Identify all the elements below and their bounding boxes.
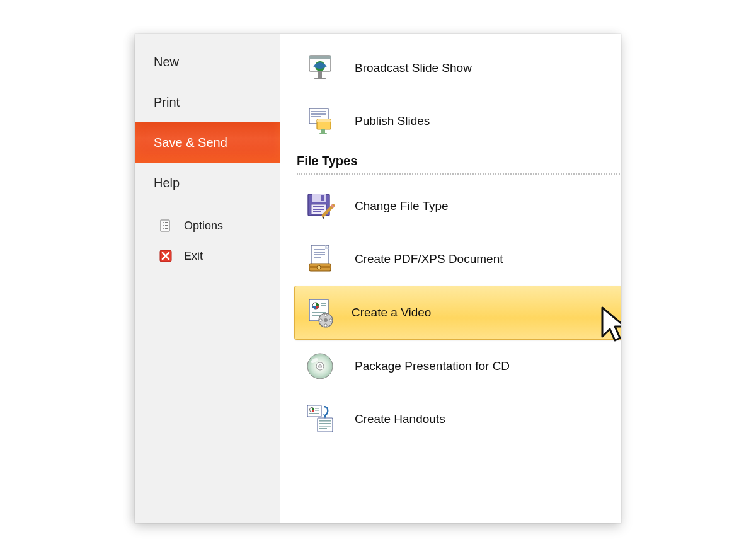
sidebar-item-label: Save & Send: [154, 136, 227, 150]
section-title-file-types: File Types: [280, 148, 621, 172]
pdf-document-icon: [303, 242, 337, 276]
sidebar-exit-label: Exit: [184, 250, 203, 263]
option-label: Publish Slides: [355, 114, 430, 128]
svg-rect-56: [309, 413, 319, 414]
sidebar: New Print Save & Send Help: [135, 34, 280, 523]
options-icon: [159, 219, 173, 233]
option-create-a-video[interactable]: Create a Video: [294, 286, 621, 340]
sidebar-options-label: Options: [184, 219, 223, 233]
backstage-panel: New Print Save & Send Help: [135, 34, 621, 523]
svg-rect-20: [319, 133, 327, 134]
option-label: Broadcast Slide Show: [355, 61, 472, 75]
cd-disc-icon: [303, 349, 337, 383]
svg-rect-23: [321, 195, 324, 201]
option-create-handouts[interactable]: Create Handouts: [280, 393, 621, 446]
svg-point-45: [329, 319, 332, 321]
svg-point-47: [319, 319, 322, 321]
svg-rect-6: [165, 228, 168, 229]
option-label: Create a Video: [352, 306, 431, 320]
sidebar-item-exit[interactable]: Exit: [135, 242, 280, 270]
sidebar-item-print[interactable]: Print: [135, 82, 280, 122]
sidebar-item-new[interactable]: New: [135, 42, 280, 82]
svg-rect-4: [165, 222, 168, 223]
svg-point-1: [163, 222, 164, 223]
option-label: Package Presentation for CD: [355, 359, 510, 373]
svg-rect-5: [165, 225, 168, 226]
sidebar-item-label: Print: [154, 95, 180, 110]
svg-rect-26: [313, 209, 324, 210]
sidebar-item-options[interactable]: Options: [135, 212, 280, 240]
svg-rect-38: [321, 303, 326, 304]
svg-point-43: [324, 318, 328, 322]
svg-rect-14: [311, 111, 326, 112]
svg-rect-31: [314, 254, 325, 255]
svg-rect-40: [312, 312, 326, 313]
option-create-pdf-xps[interactable]: Create PDF/XPS Document: [280, 233, 621, 286]
svg-rect-57: [318, 418, 333, 432]
option-publish-slides[interactable]: Publish Slides: [280, 95, 621, 148]
svg-rect-32: [314, 257, 321, 258]
option-change-file-type[interactable]: Change File Type: [280, 180, 621, 233]
svg-point-2: [163, 225, 164, 226]
svg-rect-25: [313, 206, 324, 207]
svg-rect-19: [321, 129, 325, 133]
svg-rect-15: [311, 113, 326, 115]
svg-rect-54: [315, 408, 319, 409]
svg-rect-60: [319, 426, 331, 427]
sidebar-item-help[interactable]: Help: [135, 163, 280, 203]
floppy-save-icon: [303, 189, 337, 223]
section-divider: [297, 173, 620, 175]
exit-icon: [159, 249, 173, 263]
svg-rect-61: [319, 428, 327, 429]
svg-rect-12: [314, 78, 326, 79]
svg-rect-9: [309, 56, 331, 59]
svg-rect-39: [321, 305, 326, 306]
sidebar-item-label: Help: [154, 176, 180, 190]
svg-point-44: [324, 314, 327, 316]
svg-rect-58: [319, 420, 331, 422]
svg-rect-16: [311, 116, 321, 117]
svg-point-35: [317, 265, 321, 269]
option-label: Change File Type: [355, 199, 449, 213]
create-video-icon: [304, 296, 338, 330]
option-package-for-cd[interactable]: Package Presentation for CD: [280, 340, 621, 393]
svg-point-50: [319, 365, 322, 368]
option-label: Create Handouts: [355, 412, 445, 426]
svg-point-3: [163, 228, 164, 229]
broadcast-icon: [303, 51, 337, 85]
option-label: Create PDF/XPS Document: [355, 252, 503, 266]
sidebar-item-save-and-send[interactable]: Save & Send: [135, 122, 280, 163]
svg-rect-55: [315, 410, 319, 411]
svg-rect-27: [313, 211, 321, 212]
app-window: New Print Save & Send Help: [0, 0, 756, 556]
option-broadcast-slide-show[interactable]: Broadcast Slide Show: [280, 42, 621, 95]
svg-rect-52: [307, 405, 321, 417]
svg-rect-30: [314, 252, 325, 253]
svg-rect-29: [314, 249, 325, 250]
publish-slides-icon: [303, 104, 337, 138]
svg-rect-11: [318, 71, 322, 78]
svg-rect-59: [319, 423, 331, 424]
sidebar-item-label: New: [154, 55, 179, 69]
main-pane: Broadcast Slide Show Publish Slid: [280, 34, 621, 523]
svg-point-46: [324, 324, 327, 327]
svg-rect-18: [317, 119, 331, 122]
handouts-icon: [303, 402, 337, 436]
